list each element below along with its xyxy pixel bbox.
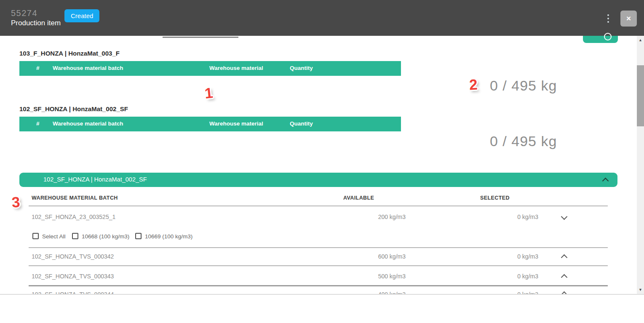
material-table-header-1: # Warehouse material batch Warehouse mat… [19,61,401,76]
chevron-up-icon[interactable] [561,254,568,261]
select-all-checkbox[interactable] [32,233,39,239]
annotation-marker-1: 1 [204,84,214,102]
progress-total-1: 0 / 495 kg [490,77,557,94]
divider [29,265,608,266]
kebab-menu-icon[interactable] [603,11,613,26]
scrollbar-thumb[interactable] [637,65,644,126]
col-selected: SELECTED [480,195,510,201]
annotation-marker-3: 3 [11,193,21,211]
col-quantity: Quantity [290,120,313,127]
progress-total-2: 0 / 495 kg [490,133,557,149]
batch-available: 200 kg/m3 [321,214,406,220]
batch-name: 102_SF_HONZA_TVS_000344 [32,291,114,294]
col-hash: # [36,65,40,71]
select-all-label: Select All [42,233,66,240]
chevron-up-icon[interactable] [602,178,609,184]
option-checkbox[interactable] [135,233,142,239]
col-quantity: Quantity [290,65,313,71]
dialog-bottom-edge [0,294,644,295]
batch-panel-title: 102_SF_HONZA | HonzaMat_002_SF [43,176,147,183]
option-label: 10669 (100 kg/m3) [145,233,192,240]
section-title-1: 103_F_HONZA | HonzaMat_003_F [19,50,120,57]
scroll-up-arrow-icon[interactable]: ▲ [637,37,644,43]
batch-panel-banner[interactable]: 102_SF_HONZA | HonzaMat_002_SF [19,173,617,187]
batch-available: 500 kg/m3 [321,273,406,280]
col-available: AVAILABLE [343,195,374,201]
batch-selected: 0 kg/m3 [454,291,538,294]
circle-icon [604,33,612,40]
option-checkbox[interactable] [72,233,78,239]
section-title-2: 102_SF_HONZA | HonzaMat_002_SF [19,105,128,112]
option-label: 10668 (100 kg/m3) [82,233,129,240]
batch-name: 102_SF_HONZA_TVS_000342 [32,253,114,260]
scroll-down-arrow-icon[interactable]: ▼ [637,286,644,293]
divider [29,206,608,206]
material-table-header-2: # Warehouse material batch Warehouse mat… [19,117,401,131]
table-row-partial[interactable]: 102_SF_HONZA_TVS_000344 400 kg/m3 0 kg/m… [0,290,637,294]
col-warehouse-material-batch: Warehouse material batch [53,120,123,127]
item-type-label: Production item [11,19,61,27]
batch-name: 102_SF_HONZA_TVS_000343 [32,273,114,280]
dialog-titlebar: 55274 Production item Created × [0,0,644,36]
item-id: 55274 [11,8,37,18]
close-button[interactable]: × [620,11,637,27]
batch-selected: 0 kg/m3 [454,273,538,280]
batch-selected: 0 kg/m3 [454,253,538,260]
status-badge: Created [64,9,99,22]
col-warehouse-material-batch: Warehouse material batch [53,65,123,71]
chevron-down-icon[interactable] [561,214,568,220]
col-warehouse-material: Warehouse material [209,120,263,127]
divider [29,247,608,248]
col-hash: # [36,120,40,127]
batch-available: 600 kg/m3 [321,253,406,260]
batch-name: 102_SF_HONZA_23_003525_1 [32,214,115,220]
input-underline [163,37,238,38]
col-warehouse-material-batch: WAREHOUSE MATERIAL BATCH [32,195,118,201]
refresh-action-button[interactable] [583,36,618,43]
vertical-scrollbar[interactable]: ▲ ▼ [637,36,644,294]
divider [29,285,608,286]
chevron-up-icon[interactable] [561,274,568,281]
annotation-marker-2: 2 [469,76,478,93]
batch-selected: 0 kg/m3 [454,214,538,220]
production-item-dialog: 55274 Production item Created × 103_F_HO… [0,0,644,323]
batch-available: 400 kg/m3 [321,291,406,294]
col-warehouse-material: Warehouse material [209,65,263,71]
